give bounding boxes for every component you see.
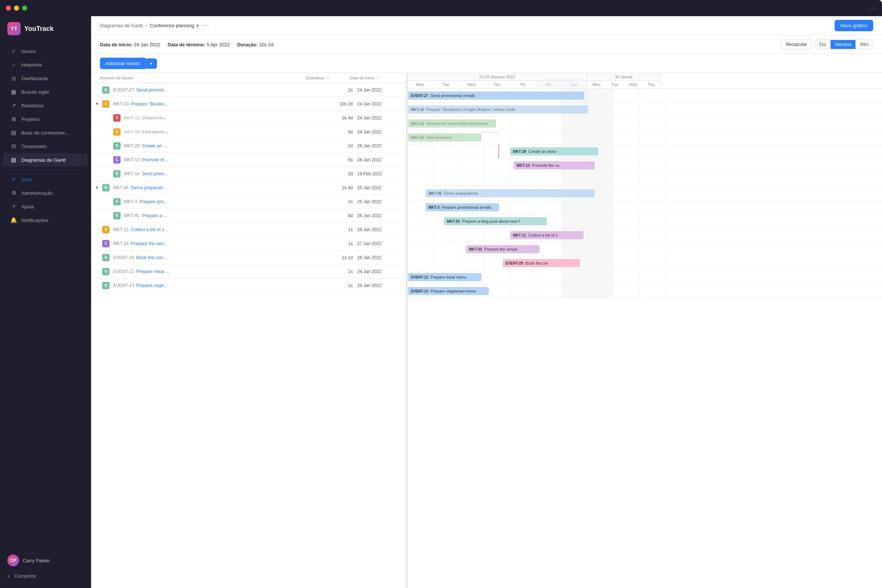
view-month-button[interactable]: Mês	[855, 40, 873, 49]
sidebar-logo[interactable]: YT YouTrack	[0, 16, 91, 41]
row-title[interactable]: Send promoti...	[136, 87, 168, 93]
breadcrumb-current[interactable]: Conference planning ▼	[150, 23, 200, 28]
sidebar-item-boards[interactable]: ▦ Boards Agile	[3, 85, 88, 99]
row-title[interactable]: Promote th...	[142, 157, 168, 162]
row-estimate: 2d	[312, 143, 356, 148]
minimize-button[interactable]	[14, 6, 19, 10]
row-id: MKT-3	[124, 199, 137, 204]
row-spacer	[94, 255, 100, 261]
gantt-days: Mon Tue Wed Thu Fri Sat Sun	[407, 81, 587, 88]
row-estimate: 1s	[312, 227, 356, 232]
gantt-day: Thu	[642, 81, 660, 88]
row-title[interactable]: Prepare "Boulev...	[131, 101, 168, 106]
breadcrumb-parent[interactable]: Diagramas de Gantt	[100, 23, 142, 28]
gantt-row: MKT-45 Demo preparations	[407, 186, 882, 200]
sidebar-item-dashboards[interactable]: ◎ Dashboards	[3, 72, 88, 85]
bar-label: Prepare a blog post about new f	[462, 219, 520, 224]
gantt-bar[interactable]: MKT-3 Prepare promotional emails	[426, 203, 499, 212]
recalcular-button[interactable]: Recalcular	[781, 40, 812, 49]
sidebar-item-gantt[interactable]: ▤ Diagramas de Gantt	[3, 153, 88, 166]
row-title[interactable]: Prepare meat ...	[136, 269, 170, 274]
gantt-day: Tue	[606, 81, 624, 88]
row-toggle[interactable]: ▼	[94, 101, 100, 107]
window-menu-dots[interactable]: ⋯	[869, 4, 876, 12]
table-row: A MKT-11 Collect a list of s... 1s 28 Ja…	[91, 223, 406, 237]
row-id: MKT-14	[124, 171, 140, 176]
sidebar-item-admin[interactable]: ⚙ Administração	[3, 186, 88, 200]
gantt-bar[interactable]: EVENT-27 Send promotional emails	[408, 92, 584, 100]
bar-label: Promote the co	[532, 163, 560, 168]
header-options-dots[interactable]: ···	[202, 22, 210, 29]
row-spacer	[94, 241, 100, 247]
gantt-bar[interactable]: MKT-29 Create an anno	[510, 147, 598, 156]
sidebar-item-knowledge[interactable]: ▤ Base de conhecime...	[3, 126, 88, 139]
sidebar-compress[interactable]: « Comprimir	[0, 570, 91, 582]
app-name: YouTrack	[24, 25, 54, 33]
row-title[interactable]: Prepare vege...	[136, 283, 168, 288]
row-title[interactable]: Demo preparati...	[131, 185, 166, 190]
row-title[interactable]: Prepare the ven...	[131, 241, 167, 246]
row-date: 24 Jan 2022	[356, 87, 404, 93]
sidebar-item-ajuda[interactable]: ? Ajuda	[3, 200, 88, 213]
add-issues-button[interactable]: Adicionar issues	[100, 58, 145, 69]
row-title[interactable]: Send prom...	[142, 171, 168, 176]
row-toggle[interactable]: ▼	[94, 185, 100, 191]
row-estimate: 3s 4d	[312, 116, 356, 120]
table-row: N MKT-29 Create an ... 2d 28 Jan 2022	[91, 139, 406, 153]
chevron-down-icon: ▼	[195, 24, 200, 28]
view-week-button[interactable]: Semana	[831, 40, 856, 49]
sidebar-user[interactable]: CP Carry Parker	[0, 551, 91, 570]
close-button[interactable]	[6, 6, 11, 10]
sidebar-item-notificacoes[interactable]: 🔔 Notificações	[3, 213, 88, 227]
sidebar-item-label: Diagramas de Gantt	[21, 157, 66, 163]
gantt-bar[interactable]: MKT-13 Promote the co	[514, 161, 595, 170]
row-title[interactable]: Create an ...	[142, 143, 167, 148]
gantt-bar[interactable]: MKT-12 Choose the date of the conference	[408, 119, 496, 128]
gantt-row: EVENT-13 Prepare vegetarian menu	[407, 284, 882, 298]
sidebar-divider	[8, 170, 83, 170]
row-title[interactable]: Prepare a ...	[142, 213, 167, 218]
table-row: N EVENT-12 Prepare meat ... 1s 24 Jan 20…	[91, 265, 406, 279]
gantt-bar[interactable]: MKT-45 Demo preparations	[426, 189, 595, 197]
gantt-bar[interactable]: EVENT-29 Book the cor	[503, 259, 580, 267]
bar-label: Demo preparations	[444, 191, 478, 195]
view-day-button[interactable]: Dia	[815, 40, 831, 49]
sidebar-item-criar[interactable]: + Criar	[3, 173, 88, 186]
gantt-day: Mon	[407, 81, 433, 88]
row-title[interactable]: Collect a list of s...	[131, 227, 168, 232]
sidebar-item-issues[interactable]: ✓ Issues	[3, 45, 88, 58]
end-label: Data de término:	[168, 42, 206, 47]
gantt-bar[interactable]: MKT-11 Collect a list of s	[510, 231, 584, 239]
row-spacer	[94, 227, 100, 232]
sidebar-item-relatorios[interactable]: ↗ Relatórios	[3, 99, 88, 112]
bar-id: EVENT-27	[411, 94, 428, 98]
row-date: 28 Jan 2022	[356, 157, 404, 162]
sidebar-item-helpdesk[interactable]: ○ Helpdesk	[3, 58, 88, 71]
row-date: 28 Jan 2022	[356, 255, 404, 260]
row-title[interactable]: Choose th...	[142, 116, 166, 120]
gantt-week-next: 30 Januar Mon Tue Wed Thu	[587, 73, 661, 88]
fullscreen-button[interactable]	[22, 6, 27, 10]
add-issues-dropdown[interactable]: ▼	[145, 58, 157, 69]
breadcrumb-sep: /	[146, 23, 147, 28]
gantt-bar[interactable]: MKT-16 Find sponsors	[408, 134, 482, 141]
boards-icon: ▦	[10, 88, 17, 95]
admin-icon: ⚙	[10, 190, 17, 196]
gantt-bar[interactable]: MKT-33 Prepare the venue	[466, 245, 540, 253]
table-row: ▼ N MKT-45 Demo preparati... 2s 4d 25 Ja…	[91, 181, 406, 195]
new-chart-button[interactable]: Novo gráfico	[835, 20, 873, 31]
bar-id: MKT-29	[513, 150, 526, 154]
gantt-bar[interactable]: EVENT-13 Prepare vegetarian menu	[408, 287, 489, 295]
row-spacer	[105, 129, 111, 135]
row-title[interactable]: Find spons...	[142, 129, 168, 135]
gantt-bar[interactable]: MKT-91 Prepare a blog post about new f	[444, 217, 547, 225]
table-row: N EVENT-27 Send promoti... 2s 24 Jan 202…	[91, 83, 406, 97]
sidebar-item-projetos[interactable]: ⊞ Projetos	[3, 112, 88, 126]
row-title[interactable]: Prepare pro...	[139, 199, 167, 204]
gantt-bar[interactable]: EVENT-12 Prepare meat menu	[408, 273, 482, 281]
sidebar-item-timesheets[interactable]: ⊟ Timesheets	[3, 140, 88, 153]
gantt-bar[interactable]: MKT-10 Prepare "Boulevard of Agile Dream…	[408, 105, 588, 114]
bar-id: MKT-12	[411, 122, 424, 126]
row-title[interactable]: Book the con...	[136, 255, 167, 260]
row-spacer	[105, 171, 111, 177]
